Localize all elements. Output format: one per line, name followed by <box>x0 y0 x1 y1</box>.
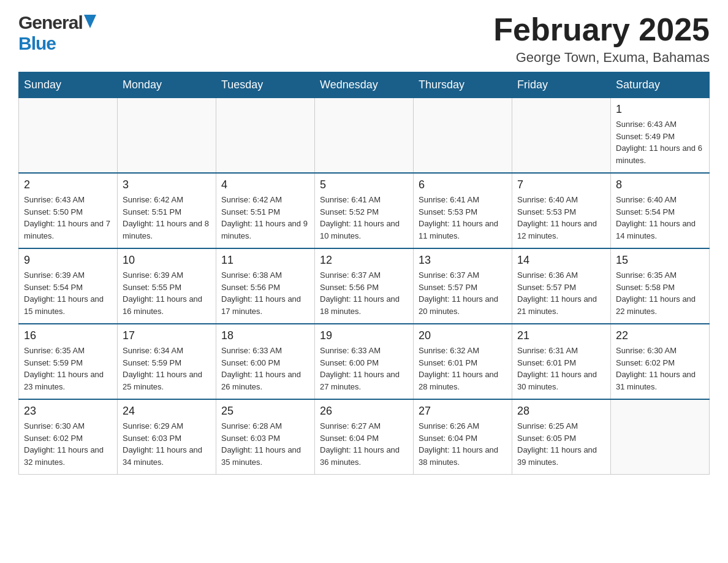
day-number: 5 <box>320 178 408 191</box>
week-row-2: 9Sunrise: 6:39 AMSunset: 5:54 PMDaylight… <box>19 248 710 324</box>
day-number: 15 <box>616 254 704 267</box>
page-header: General Blue February 2025 George Town, … <box>18 12 710 66</box>
day-info: Sunrise: 6:39 AMSunset: 5:55 PMDaylight:… <box>123 269 211 317</box>
day-number: 4 <box>221 178 309 191</box>
day-info: Sunrise: 6:30 AMSunset: 6:02 PMDaylight:… <box>616 345 704 393</box>
day-info: Sunrise: 6:34 AMSunset: 5:59 PMDaylight:… <box>123 345 211 393</box>
day-info: Sunrise: 6:38 AMSunset: 5:56 PMDaylight:… <box>221 269 309 317</box>
calendar-cell: 11Sunrise: 6:38 AMSunset: 5:56 PMDayligh… <box>216 248 315 324</box>
calendar-cell: 23Sunrise: 6:30 AMSunset: 6:02 PMDayligh… <box>19 399 118 475</box>
day-info: Sunrise: 6:29 AMSunset: 6:03 PMDaylight:… <box>123 420 211 468</box>
calendar-cell: 13Sunrise: 6:37 AMSunset: 5:57 PMDayligh… <box>414 248 512 324</box>
calendar-cell: 18Sunrise: 6:33 AMSunset: 6:00 PMDayligh… <box>216 324 315 399</box>
day-number: 3 <box>123 178 211 191</box>
calendar-header-row: Sunday Monday Tuesday Wednesday Thursday… <box>19 72 710 98</box>
calendar-table: Sunday Monday Tuesday Wednesday Thursday… <box>18 72 710 475</box>
calendar-cell: 22Sunrise: 6:30 AMSunset: 6:02 PMDayligh… <box>611 324 710 399</box>
calendar-cell: 27Sunrise: 6:26 AMSunset: 6:04 PMDayligh… <box>414 399 512 475</box>
day-info: Sunrise: 6:25 AMSunset: 6:05 PMDaylight:… <box>517 420 605 468</box>
day-number: 10 <box>123 254 211 267</box>
calendar-cell: 10Sunrise: 6:39 AMSunset: 5:55 PMDayligh… <box>118 248 216 324</box>
day-number: 6 <box>419 178 507 191</box>
calendar-cell: 17Sunrise: 6:34 AMSunset: 5:59 PMDayligh… <box>118 324 216 399</box>
day-number: 14 <box>517 254 605 267</box>
day-number: 12 <box>320 254 408 267</box>
week-row-1: 2Sunrise: 6:43 AMSunset: 5:50 PMDaylight… <box>19 173 710 248</box>
day-number: 18 <box>221 329 309 342</box>
calendar-cell: 12Sunrise: 6:37 AMSunset: 5:56 PMDayligh… <box>315 248 414 324</box>
calendar-cell: 1Sunrise: 6:43 AMSunset: 5:49 PMDaylight… <box>611 98 710 174</box>
calendar-cell: 25Sunrise: 6:28 AMSunset: 6:03 PMDayligh… <box>216 399 315 475</box>
calendar-cell: 3Sunrise: 6:42 AMSunset: 5:51 PMDaylight… <box>118 173 216 248</box>
day-number: 25 <box>221 405 309 418</box>
logo-blue-text: Blue <box>18 33 56 53</box>
day-number: 2 <box>24 178 112 191</box>
week-row-4: 23Sunrise: 6:30 AMSunset: 6:02 PMDayligh… <box>19 399 710 475</box>
day-info: Sunrise: 6:36 AMSunset: 5:57 PMDaylight:… <box>517 269 605 317</box>
day-info: Sunrise: 6:35 AMSunset: 5:58 PMDaylight:… <box>616 269 704 317</box>
calendar-cell: 14Sunrise: 6:36 AMSunset: 5:57 PMDayligh… <box>512 248 611 324</box>
calendar-cell <box>19 98 118 174</box>
day-number: 22 <box>616 329 704 342</box>
day-info: Sunrise: 6:43 AMSunset: 5:50 PMDaylight:… <box>24 194 112 242</box>
day-number: 19 <box>320 329 408 342</box>
day-number: 27 <box>419 405 507 418</box>
calendar-cell: 15Sunrise: 6:35 AMSunset: 5:58 PMDayligh… <box>611 248 710 324</box>
day-number: 16 <box>24 329 112 342</box>
col-tuesday: Tuesday <box>216 72 315 98</box>
day-info: Sunrise: 6:27 AMSunset: 6:04 PMDaylight:… <box>320 420 408 468</box>
location-text: George Town, Exuma, Bahamas <box>493 50 710 66</box>
day-number: 28 <box>517 405 605 418</box>
day-number: 13 <box>419 254 507 267</box>
calendar-cell: 4Sunrise: 6:42 AMSunset: 5:51 PMDaylight… <box>216 173 315 248</box>
day-number: 8 <box>616 178 704 191</box>
day-info: Sunrise: 6:40 AMSunset: 5:54 PMDaylight:… <box>616 194 704 242</box>
calendar-cell: 28Sunrise: 6:25 AMSunset: 6:05 PMDayligh… <box>512 399 611 475</box>
day-number: 11 <box>221 254 309 267</box>
calendar-cell <box>118 98 216 174</box>
col-friday: Friday <box>512 72 611 98</box>
day-info: Sunrise: 6:43 AMSunset: 5:49 PMDaylight:… <box>616 118 704 166</box>
logo-general-text: General <box>18 12 83 33</box>
calendar-cell: 7Sunrise: 6:40 AMSunset: 5:53 PMDaylight… <box>512 173 611 248</box>
title-block: February 2025 George Town, Exuma, Bahama… <box>493 12 710 66</box>
col-monday: Monday <box>118 72 216 98</box>
day-number: 17 <box>123 329 211 342</box>
day-info: Sunrise: 6:28 AMSunset: 6:03 PMDaylight:… <box>221 420 309 468</box>
day-number: 7 <box>517 178 605 191</box>
logo: General Blue <box>18 12 96 54</box>
week-row-0: 1Sunrise: 6:43 AMSunset: 5:49 PMDaylight… <box>19 98 710 174</box>
day-info: Sunrise: 6:32 AMSunset: 6:01 PMDaylight:… <box>419 345 507 393</box>
day-number: 26 <box>320 405 408 418</box>
day-info: Sunrise: 6:26 AMSunset: 6:04 PMDaylight:… <box>419 420 507 468</box>
col-wednesday: Wednesday <box>315 72 414 98</box>
day-number: 20 <box>419 329 507 342</box>
calendar-cell <box>315 98 414 174</box>
day-number: 1 <box>616 103 704 116</box>
calendar-cell: 21Sunrise: 6:31 AMSunset: 6:01 PMDayligh… <box>512 324 611 399</box>
day-info: Sunrise: 6:35 AMSunset: 5:59 PMDaylight:… <box>24 345 112 393</box>
day-info: Sunrise: 6:40 AMSunset: 5:53 PMDaylight:… <box>517 194 605 242</box>
calendar-cell: 20Sunrise: 6:32 AMSunset: 6:01 PMDayligh… <box>414 324 512 399</box>
week-row-3: 16Sunrise: 6:35 AMSunset: 5:59 PMDayligh… <box>19 324 710 399</box>
day-info: Sunrise: 6:39 AMSunset: 5:54 PMDaylight:… <box>24 269 112 317</box>
day-info: Sunrise: 6:37 AMSunset: 5:57 PMDaylight:… <box>419 269 507 317</box>
day-info: Sunrise: 6:30 AMSunset: 6:02 PMDaylight:… <box>24 420 112 468</box>
calendar-cell <box>216 98 315 174</box>
month-title: February 2025 <box>493 12 710 47</box>
day-number: 21 <box>517 329 605 342</box>
day-info: Sunrise: 6:33 AMSunset: 6:00 PMDaylight:… <box>320 345 408 393</box>
day-info: Sunrise: 6:33 AMSunset: 6:00 PMDaylight:… <box>221 345 309 393</box>
calendar-cell: 2Sunrise: 6:43 AMSunset: 5:50 PMDaylight… <box>19 173 118 248</box>
day-info: Sunrise: 6:31 AMSunset: 6:01 PMDaylight:… <box>517 345 605 393</box>
calendar-cell <box>512 98 611 174</box>
calendar-cell: 8Sunrise: 6:40 AMSunset: 5:54 PMDaylight… <box>611 173 710 248</box>
day-info: Sunrise: 6:42 AMSunset: 5:51 PMDaylight:… <box>123 194 211 242</box>
day-number: 23 <box>24 405 112 418</box>
day-number: 9 <box>24 254 112 267</box>
col-saturday: Saturday <box>611 72 710 98</box>
col-thursday: Thursday <box>414 72 512 98</box>
calendar-cell: 19Sunrise: 6:33 AMSunset: 6:00 PMDayligh… <box>315 324 414 399</box>
col-sunday: Sunday <box>19 72 118 98</box>
svg-marker-0 <box>84 15 96 28</box>
